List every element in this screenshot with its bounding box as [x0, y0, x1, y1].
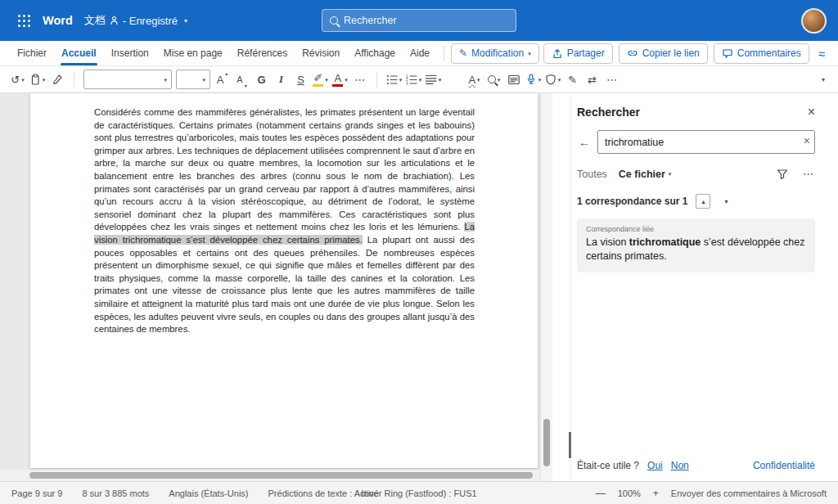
chevron-down-icon: ▾ — [164, 77, 167, 83]
find-input[interactable] — [597, 130, 815, 154]
toolbar-right-group: A▾ ▾ ▾ ▾ ✎ ⇄ ⋯ — [465, 69, 621, 90]
privacy-link[interactable]: Confidentialité — [753, 460, 815, 471]
dictate-button[interactable]: ▾ — [524, 69, 543, 90]
send-feedback-link[interactable]: Envoyer des commentaires à Microsoft — [671, 488, 827, 498]
tab-aide[interactable]: Aide — [403, 41, 437, 65]
more-options-button[interactable]: ⋯ — [801, 166, 815, 182]
close-pane-button[interactable]: × — [808, 106, 815, 119]
previous-result-button[interactable]: ▴ — [696, 194, 710, 209]
numbered-list-button[interactable]: 123 ▾ — [404, 69, 423, 90]
more-font-options-button[interactable]: ⋯ — [350, 69, 369, 90]
editor-pen-icon: ✎ — [568, 74, 577, 86]
page-indicator[interactable]: Page 9 sur 9 — [11, 488, 62, 498]
header-search-input[interactable] — [344, 15, 508, 26]
ring-info: Inner Ring (Fastfood) : FUS1 — [361, 488, 476, 498]
find-button[interactable]: ▾ — [484, 69, 503, 90]
editing-mode-dropdown[interactable]: ✎ Modification ▾ — [451, 43, 539, 64]
share-button[interactable]: Partager — [543, 43, 613, 64]
scope-file-label: Ce fichier — [619, 169, 665, 180]
svg-text:3: 3 — [406, 81, 408, 84]
comments-button[interactable]: Commentaires — [714, 43, 809, 64]
vertical-scrollbar[interactable]: 9 — [540, 93, 552, 481]
next-result-button[interactable]: ▾ — [719, 194, 733, 209]
share-icon — [552, 48, 563, 59]
tab-accueil[interactable]: Accueil — [54, 41, 104, 65]
italic-button[interactable]: I — [272, 69, 291, 90]
zoom-out-button[interactable]: — — [596, 488, 606, 499]
format-painter-button[interactable] — [47, 69, 66, 90]
font-name-combobox[interactable]: ▾ — [83, 70, 172, 89]
tab-references[interactable]: Références — [230, 41, 295, 65]
tab-insertion[interactable]: Insertion — [104, 41, 156, 65]
user-avatar[interactable] — [801, 8, 827, 34]
tab-mise-en-page[interactable]: Mise en page — [156, 41, 230, 65]
scope-file-dropdown[interactable]: Ce fichier▾ — [619, 169, 671, 180]
chevron-down-icon: ▾ — [43, 77, 46, 83]
header-search[interactable] — [322, 9, 516, 32]
reading-view-button[interactable] — [504, 69, 523, 90]
divider — [444, 46, 444, 61]
font-size-combobox[interactable]: ▾ — [176, 70, 210, 89]
bullet-list-button[interactable]: ▾ — [385, 69, 403, 90]
reading-view-icon — [508, 74, 520, 85]
result-label: Correspondance liée — [586, 225, 806, 233]
search-result-card[interactable]: Correspondance liée La vision trichromat… — [577, 218, 815, 272]
paste-button[interactable]: ▾ — [28, 69, 47, 90]
back-button[interactable]: ← — [577, 136, 592, 149]
scope-all-tab[interactable]: Toutes — [577, 169, 607, 180]
saved-status[interactable]: - Enregistré — [123, 15, 178, 27]
tab-fichier[interactable]: Fichier — [10, 41, 54, 65]
chevron-down-icon[interactable]: ▾ — [184, 17, 187, 25]
editor-button[interactable]: ✎ — [563, 69, 582, 90]
result-text-pre: La vision — [586, 236, 629, 248]
more-icon: ⋯ — [606, 74, 617, 86]
catch-up-icon[interactable]: ≈ — [815, 47, 828, 61]
clipboard-icon — [29, 74, 41, 85]
tab-revision[interactable]: Révision — [295, 41, 347, 65]
grow-font-button[interactable]: A▴ — [213, 69, 232, 90]
app-name[interactable]: Word — [43, 14, 73, 27]
document-paragraph[interactable]: Considérés comme des mammifères générali… — [30, 93, 538, 336]
paragraph-text-after: La plupart ont aussi des pouces opposabl… — [94, 235, 475, 334]
zoom-level[interactable]: 100% — [618, 488, 641, 498]
font-color-button[interactable]: A ▾ — [331, 69, 349, 90]
waffle-icon — [18, 15, 30, 27]
horizontal-scrollbar-thumb[interactable] — [29, 472, 533, 479]
zoom-in-button[interactable]: + — [653, 488, 659, 499]
language-indicator[interactable]: Anglais (États-Unis) — [169, 488, 248, 498]
bold-button[interactable]: G — [252, 69, 271, 90]
status-bar-right: — 100% + Envoyer des commentaires à Micr… — [596, 488, 827, 499]
comments-label: Commentaires — [737, 47, 801, 59]
clear-search-button[interactable]: × — [804, 135, 810, 146]
app-launcher-button[interactable] — [11, 8, 36, 33]
ribbon-tabs: Fichier Accueil Insertion Mise en page R… — [0, 41, 838, 66]
undo-icon: ↺ — [11, 74, 20, 86]
translate-button[interactable]: ⇄ — [583, 69, 601, 90]
sensitivity-button[interactable]: ▾ — [543, 69, 562, 90]
styles-button[interactable]: A▾ — [465, 69, 484, 90]
find-input-wrapper: × — [597, 130, 815, 154]
document-title[interactable]: 文档 — [84, 13, 106, 28]
alignment-button[interactable]: ▾ — [424, 69, 443, 90]
filter-button[interactable] — [775, 167, 790, 182]
word-count[interactable]: 8 sur 3 885 mots — [82, 488, 149, 498]
tab-affichage[interactable]: Affichage — [347, 41, 403, 65]
more-toolbar-button[interactable]: ⋯ — [602, 69, 621, 90]
horizontal-scrollbar[interactable] — [0, 470, 540, 481]
pane-scrollbar-thumb[interactable] — [569, 432, 571, 458]
underline-button[interactable]: S — [291, 69, 310, 90]
editing-mode-label: Modification — [471, 47, 524, 59]
feedback-no-link[interactable]: Non — [671, 460, 689, 471]
app-header: Word 文档 - Enregistré ▾ — [0, 0, 838, 41]
collapse-ribbon-button[interactable]: ▾ — [817, 73, 830, 87]
undo-button[interactable]: ↺▾ — [8, 69, 27, 90]
document-page[interactable]: Considérés comme des mammifères générali… — [30, 93, 538, 468]
shrink-font-button[interactable]: A▾ — [232, 69, 251, 90]
chevron-down-icon: ▾ — [528, 51, 531, 56]
chevron-down-icon: ▾ — [669, 171, 672, 177]
highlight-color-button[interactable]: ✐ ▾ — [311, 69, 330, 90]
copy-link-button[interactable]: Copier le lien — [619, 43, 708, 64]
feedback-yes-link[interactable]: Oui — [647, 460, 663, 471]
find-search-row: ← × — [577, 130, 815, 154]
vertical-scrollbar-thumb[interactable] — [543, 419, 550, 466]
